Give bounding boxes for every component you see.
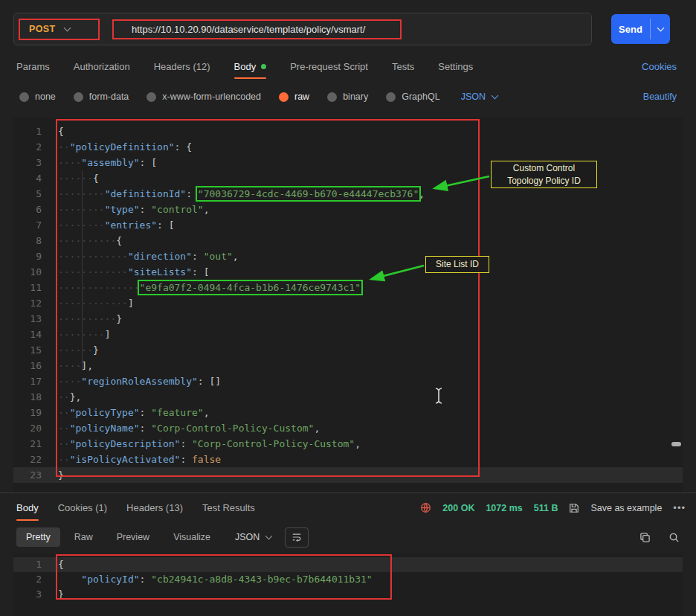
- line-number: 8: [13, 233, 42, 248]
- code-text: {: [58, 557, 64, 572]
- response-language-dropdown[interactable]: JSON: [235, 532, 271, 542]
- code-line[interactable]: 3}: [13, 587, 683, 602]
- tab-body[interactable]: Body: [234, 54, 267, 79]
- line-number: 6: [13, 202, 42, 217]
- line-number: 14: [13, 327, 42, 342]
- beautify-link[interactable]: Beautify: [643, 92, 677, 102]
- mode-binary[interactable]: binary: [327, 92, 368, 102]
- mode-form-data[interactable]: form-data: [74, 92, 129, 102]
- view-visualize[interactable]: Visualize: [164, 527, 220, 547]
- tab-tests[interactable]: Tests: [392, 54, 414, 79]
- method-label: POST: [29, 24, 56, 34]
- body-language-dropdown[interactable]: JSON: [461, 92, 497, 102]
- code-line[interactable]: 3····"assembly": [: [13, 155, 683, 170]
- code-line[interactable]: 19··"policyType": "feature",: [13, 405, 683, 420]
- send-options-button[interactable]: [651, 14, 670, 44]
- code-line[interactable]: 4······{: [13, 170, 683, 186]
- request-url-bar: POST https://10.10.20.90/dataservice/tem…: [13, 13, 592, 45]
- view-raw[interactable]: Raw: [65, 527, 103, 547]
- code-line[interactable]: 1{: [13, 123, 683, 139]
- send-button[interactable]: Send: [611, 14, 650, 44]
- search-icon[interactable]: [668, 532, 680, 543]
- tab-params[interactable]: Params: [16, 54, 50, 79]
- mode-urlencoded[interactable]: x-www-form-urlencoded: [146, 92, 261, 102]
- request-body-editor[interactable]: 1{2··"policyDefinition": {3····"assembly…: [13, 118, 683, 493]
- tab-body-label: Body: [234, 61, 257, 72]
- code-line[interactable]: 9············"direction": "out",: [13, 248, 683, 264]
- code-line[interactable]: 2··"policyDefinition": {: [13, 139, 683, 155]
- mode-label: none: [35, 92, 56, 102]
- line-number: 17: [13, 373, 42, 389]
- mode-none[interactable]: none: [19, 92, 56, 102]
- line-number: 13: [13, 311, 42, 327]
- code-line[interactable]: 16····],: [13, 358, 683, 373]
- mode-graphql[interactable]: GraphQL: [386, 92, 439, 102]
- language-label: JSON: [235, 532, 260, 542]
- tab-prerequest-script[interactable]: Pre-request Script: [290, 54, 368, 79]
- line-number: 2: [13, 572, 42, 587]
- wrap-text-icon: [291, 532, 302, 542]
- method-selector[interactable]: POST: [14, 24, 112, 34]
- mode-raw[interactable]: raw: [279, 92, 309, 102]
- code-line[interactable]: 23}: [13, 467, 683, 483]
- line-number: 12: [13, 295, 42, 311]
- line-number: 22: [13, 452, 42, 467]
- view-preview[interactable]: Preview: [107, 527, 159, 547]
- response-action-icons: [639, 532, 680, 543]
- response-tab-test-results[interactable]: Test Results: [202, 495, 255, 521]
- tab-headers[interactable]: Headers (12): [154, 54, 210, 79]
- code-line[interactable]: 22··"isPolicyActivated": false: [13, 452, 683, 467]
- view-pretty[interactable]: Pretty: [16, 527, 60, 547]
- request-tabs: Params Authorization Headers (12) Body P…: [0, 54, 696, 79]
- editor-scrollbar-thumb[interactable]: [671, 442, 681, 446]
- code-line[interactable]: 21··"policyDescription": "Corp-Control-P…: [13, 436, 683, 452]
- url-input[interactable]: https://10.10.20.90/dataservice/template…: [112, 24, 365, 35]
- copy-icon[interactable]: [639, 532, 651, 543]
- network-status-icon: [420, 502, 431, 513]
- code-text: "policyId": "cb24941c-a8d8-4343-b9ec-b7b…: [58, 572, 373, 587]
- chevron-down-icon: [657, 25, 664, 32]
- response-tab-cookies[interactable]: Cookies (1): [58, 495, 107, 521]
- code-text: ··"policyType": "feature",: [58, 405, 210, 420]
- code-text: {: [58, 123, 64, 139]
- code-text: ··"isPolicyActivated": false: [58, 452, 221, 467]
- mode-label: raw: [294, 92, 309, 102]
- line-number: 1: [13, 557, 42, 572]
- code-line[interactable]: 13··········}: [13, 311, 683, 327]
- more-options-icon[interactable]: •••: [673, 502, 686, 513]
- code-line[interactable]: 8··········{: [13, 233, 683, 248]
- send-button-group: Send: [611, 14, 670, 44]
- code-text: ······{: [58, 170, 99, 186]
- save-as-example-button[interactable]: Save as example: [590, 503, 662, 513]
- code-line[interactable]: 7········"entries": [: [13, 217, 683, 233]
- code-line[interactable]: 6········"type": "control",: [13, 202, 683, 217]
- code-text: ··········{: [58, 233, 122, 248]
- cookies-link[interactable]: Cookies: [642, 61, 677, 72]
- code-line[interactable]: 1{: [13, 557, 683, 572]
- radio-icon: [327, 92, 337, 102]
- code-line[interactable]: 5········"definitionId": "70036729-4cdc-…: [13, 186, 683, 202]
- line-number: 21: [13, 436, 42, 452]
- code-line[interactable]: 20··"policyName": "Corp-Control-Policy-C…: [13, 420, 683, 436]
- response-body-editor[interactable]: 1{2 "policyId": "cb24941c-a8d8-4343-b9ec…: [13, 554, 683, 616]
- code-line[interactable]: 15······}: [13, 342, 683, 358]
- code-line[interactable]: 10············"siteLists": [: [13, 264, 683, 280]
- save-icon[interactable]: [569, 503, 579, 513]
- code-line[interactable]: 17····"regionRoleAssembly": []: [13, 373, 683, 389]
- code-line[interactable]: 2 "policyId": "cb24941c-a8d8-4343-b9ec-b…: [13, 572, 683, 587]
- tab-authorization[interactable]: Authorization: [74, 54, 130, 79]
- code-line[interactable]: 12············]: [13, 295, 683, 311]
- response-meta: 200 OK 1072 ms 511 B Save as example •••: [420, 502, 686, 513]
- response-tab-headers[interactable]: Headers (13): [126, 495, 183, 521]
- code-text: ········"definitionId": "70036729-4cdc-4…: [58, 186, 425, 202]
- mode-label: GraphQL: [402, 92, 439, 102]
- code-text: ············"direction": "out",: [58, 248, 239, 264]
- wrap-text-button[interactable]: [285, 527, 309, 548]
- code-line[interactable]: 18··},: [13, 389, 683, 405]
- response-tab-body[interactable]: Body: [16, 495, 39, 521]
- tab-settings[interactable]: Settings: [438, 54, 473, 79]
- radio-icon: [19, 92, 29, 102]
- line-number: 1: [13, 123, 42, 139]
- code-line[interactable]: 11··············"e9fa07f2-0494-4fca-b1b6…: [13, 280, 683, 295]
- code-line[interactable]: 14········]: [13, 327, 683, 342]
